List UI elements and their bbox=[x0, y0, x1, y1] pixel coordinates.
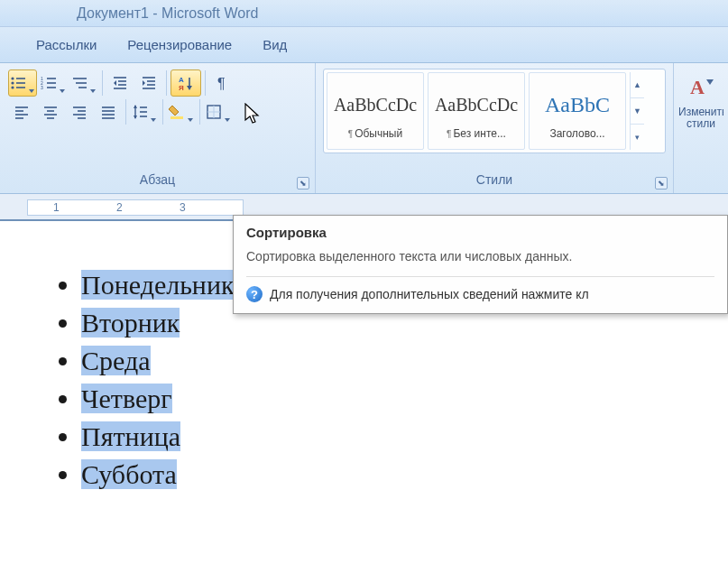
decrease-indent-button[interactable] bbox=[106, 69, 134, 97]
chevron-down-icon bbox=[151, 118, 156, 122]
chevron-down-icon bbox=[60, 89, 65, 93]
change-styles-button[interactable]: A Изменить стили bbox=[681, 69, 721, 130]
tab-review[interactable]: Рецензирование bbox=[127, 37, 232, 52]
style-heading[interactable]: AaBbC Заголово... bbox=[529, 72, 626, 150]
align-center-button[interactable] bbox=[37, 98, 64, 125]
group-styles: AaBbCcDc ¶Обычный AaBbCcDc ¶Без инте... … bbox=[316, 63, 674, 193]
svg-marker-57 bbox=[706, 79, 714, 85]
show-marks-button[interactable]: ¶ bbox=[209, 69, 236, 97]
svg-marker-19 bbox=[114, 80, 116, 86]
separator bbox=[125, 99, 126, 125]
bullets-button[interactable] bbox=[8, 69, 37, 97]
separator bbox=[162, 99, 163, 125]
svg-rect-52 bbox=[170, 116, 183, 119]
tab-view[interactable]: Вид bbox=[263, 37, 287, 52]
multilevel-list-button[interactable] bbox=[69, 69, 98, 97]
separator bbox=[102, 70, 103, 96]
list-item[interactable]: Пятница bbox=[81, 418, 728, 456]
group-paragraph: 123 AЯ ¶ bbox=[0, 63, 316, 193]
separator bbox=[205, 70, 206, 96]
sort-tooltip: Сортировка Сортировка выделенного текста… bbox=[233, 215, 728, 314]
window-titlebar: Документ1 - Microsoft Word bbox=[0, 0, 728, 27]
svg-marker-48 bbox=[134, 116, 137, 119]
group-label-styles: Стили ⬊ bbox=[316, 171, 673, 193]
align-right-button[interactable] bbox=[66, 98, 93, 125]
gallery-scroll: ▲ ▼ ▾ bbox=[630, 72, 644, 150]
separator bbox=[199, 99, 200, 125]
align-justify-button[interactable] bbox=[95, 98, 122, 125]
tooltip-title: Сортировка bbox=[246, 225, 714, 240]
gallery-down-button[interactable]: ▼ bbox=[631, 98, 644, 125]
increase-indent-button[interactable] bbox=[135, 69, 162, 97]
tab-mailings[interactable]: Рассылки bbox=[36, 37, 97, 52]
window-title: Документ1 - Microsoft Word bbox=[77, 5, 258, 22]
tooltip-help-row: ? Для получения дополнительных сведений … bbox=[246, 276, 714, 302]
svg-marker-47 bbox=[134, 105, 137, 108]
line-spacing-button[interactable] bbox=[130, 98, 159, 125]
ribbon-tabs: Рассылки Рецензирование Вид bbox=[0, 27, 728, 63]
list-item[interactable]: Четверг bbox=[81, 380, 728, 418]
sort-button[interactable]: AЯ bbox=[170, 69, 201, 97]
styles-gallery: AaBbCcDc ¶Обычный AaBbCcDc ¶Без инте... … bbox=[323, 69, 666, 153]
chevron-down-icon bbox=[90, 89, 96, 93]
svg-point-4 bbox=[11, 86, 14, 88]
list-item[interactable]: Суббота bbox=[81, 456, 728, 494]
svg-text:A: A bbox=[179, 76, 184, 84]
svg-point-0 bbox=[11, 77, 14, 79]
group-label-paragraph: Абзац ⬊ bbox=[0, 171, 315, 193]
styles-dialog-launcher[interactable]: ⬊ bbox=[655, 177, 668, 190]
borders-button[interactable] bbox=[204, 98, 233, 125]
svg-text:3: 3 bbox=[41, 85, 43, 90]
chevron-down-icon bbox=[188, 118, 193, 122]
shading-button[interactable] bbox=[167, 98, 196, 125]
paragraph-dialog-launcher[interactable]: ⬊ bbox=[297, 177, 309, 190]
group-change-styles: A Изменить стили bbox=[674, 63, 728, 193]
svg-text:Я: Я bbox=[179, 84, 184, 92]
svg-marker-28 bbox=[187, 86, 192, 90]
numbering-button[interactable]: 123 bbox=[39, 69, 68, 97]
separator bbox=[166, 70, 167, 96]
chevron-down-icon bbox=[29, 89, 34, 93]
chevron-down-icon bbox=[225, 118, 230, 122]
svg-point-2 bbox=[11, 81, 14, 84]
help-icon: ? bbox=[246, 286, 263, 302]
svg-marker-24 bbox=[143, 80, 145, 86]
svg-text:A: A bbox=[690, 76, 705, 98]
align-left-button[interactable] bbox=[8, 98, 35, 125]
gallery-more-button[interactable]: ▾ bbox=[631, 125, 644, 150]
style-no-spacing[interactable]: AaBbCcDc ¶Без инте... bbox=[428, 72, 525, 150]
svg-text:¶: ¶ bbox=[217, 76, 226, 91]
gallery-up-button[interactable]: ▲ bbox=[631, 72, 644, 98]
ribbon: 123 AЯ ¶ bbox=[0, 63, 728, 194]
tooltip-description: Сортировка выделенного текста или числов… bbox=[246, 249, 714, 264]
list-item[interactable]: Среда bbox=[81, 342, 728, 380]
style-normal[interactable]: AaBbCcDc ¶Обычный bbox=[327, 72, 424, 150]
